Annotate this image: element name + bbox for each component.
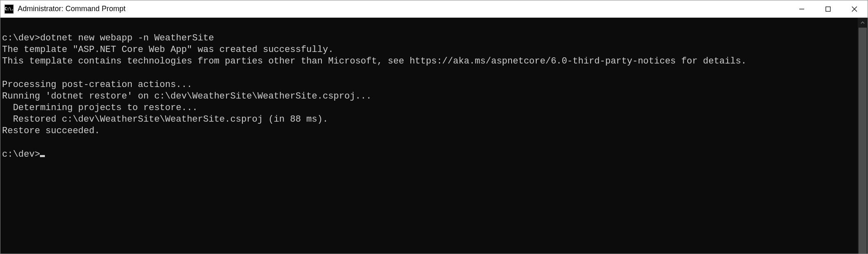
- scrollbar-up-button[interactable]: [858, 18, 868, 28]
- terminal-prompt: c:\dev>: [2, 149, 40, 160]
- maximize-icon: [825, 6, 831, 12]
- scrollbar-thumb[interactable]: [859, 28, 867, 254]
- window-title: Administrator: Command Prompt: [18, 5, 789, 13]
- terminal-cursor: [40, 155, 45, 157]
- terminal-text: c:\dev>dotnet new webapp -n WeatherSite …: [2, 33, 747, 136]
- titlebar: C:\. Administrator: Command Prompt: [0, 0, 868, 18]
- close-icon: [851, 6, 858, 12]
- command-prompt-window: C:\. Administrator: Command Prompt: [0, 0, 868, 254]
- close-button[interactable]: [841, 0, 868, 17]
- chevron-up-icon: [860, 20, 865, 25]
- maximize-button[interactable]: [815, 0, 841, 17]
- minimize-button[interactable]: [789, 0, 815, 17]
- svg-rect-1: [826, 7, 831, 11]
- minimize-icon: [798, 6, 805, 12]
- terminal-wrapper: c:\dev>dotnet new webapp -n WeatherSite …: [0, 18, 868, 254]
- vertical-scrollbar[interactable]: [858, 18, 868, 254]
- terminal-output[interactable]: c:\dev>dotnet new webapp -n WeatherSite …: [0, 18, 858, 254]
- command-prompt-icon: C:\.: [5, 5, 14, 14]
- window-controls: [789, 0, 868, 17]
